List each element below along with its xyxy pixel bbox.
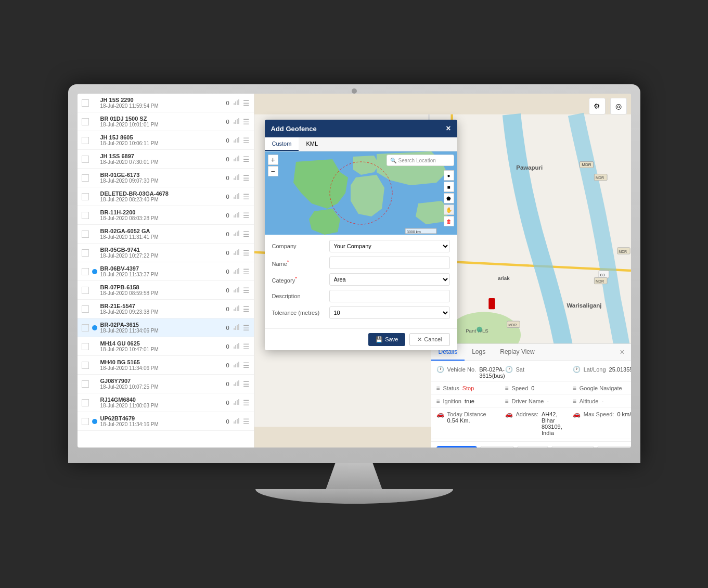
vehicle-checkbox-v13[interactable] [82,324,89,331]
menu-icon-v6[interactable]: ☰ [243,193,250,201]
vehicle-row-v18[interactable]: UP62BT467918-Jul-2020 11:34:16 PM0☰ [78,412,254,431]
vehicle-row-v11[interactable]: BR-07PB-615818-Jul-2020 08:59:58 PM0☰ [78,281,254,300]
vehicle-checkbox-v12[interactable] [82,305,89,313]
menu-icon-v13[interactable]: ☰ [243,324,250,332]
playback-button[interactable]: Playback [436,446,478,448]
vehicle-checkbox-v9[interactable] [82,249,89,257]
follow-button[interactable]: Follow [480,446,514,448]
tab-replay[interactable]: Replay View [493,344,542,361]
category-select[interactable]: Area [329,273,450,286]
pan-button[interactable]: ✋ [444,204,454,215]
vehicle-dot-v18 [92,419,97,424]
menu-icon-v1[interactable]: ☰ [243,99,250,107]
vehicle-row-v1[interactable]: JH 15S 229018-Jul-2020 11:59:54 PM0☰ [78,94,254,112]
vehicle-checkbox-v10[interactable] [82,268,89,275]
vehicle-count-v17: 0 [226,400,229,406]
tolerance-select[interactable]: 10 [329,306,450,319]
vehicle-row-v4[interactable]: JH 1SS 689718-Jul-2020 07:30:01 PM0☰ [78,150,254,169]
vehicle-name-v15: MH40 BG 5165 [100,359,226,365]
share-location-button[interactable]: Share Location [597,446,631,448]
vehicle-checkbox-v4[interactable] [82,156,89,163]
vehicle-checkbox-v16[interactable] [82,380,89,388]
vehicle-row-v2[interactable]: BR 01DJ 1500 SZ18-Jul-2020 10:01:01 PM0☰ [78,112,254,131]
vehicle-checkbox-v8[interactable] [82,231,89,238]
vehicle-row-v16[interactable]: GJ08Y790718-Jul-2020 10:07:25 PM0☰ [78,375,254,393]
menu-icon-v18[interactable]: ☰ [243,417,250,426]
vehicle-row-v13[interactable]: BR-02PA-361518-Jul-2020 11:34:06 PM0☰ [78,318,254,337]
signal-icon-v3 [234,136,241,144]
svg-rect-45 [235,308,236,311]
vehicle-checkbox-v11[interactable] [82,287,89,294]
svg-rect-71 [238,418,239,424]
svg-text:MDR: MDR [596,176,604,180]
menu-icon-v3[interactable]: ☰ [243,136,250,145]
vehicle-checkbox-v2[interactable] [82,118,89,125]
description-input[interactable] [329,290,450,302]
menu-icon-v12[interactable]: ☰ [243,305,250,313]
name-input[interactable] [329,257,450,269]
vehicle-row-v7[interactable]: BR-11H-220018-Jul-2020 08:03:28 PM0☰ [78,206,254,225]
vehicle-row-v10[interactable]: BR-06BV-439718-Jul-2020 11:33:37 PM0☰ [78,262,254,281]
target-button[interactable]: ◎ [610,98,627,114]
vehicle-checkbox-v14[interactable] [82,343,89,350]
signal-icon-v10 [234,267,241,275]
vehicle-count-v8: 0 [226,231,229,237]
menu-icon-v9[interactable]: ☰ [243,249,250,257]
add-geofence-button[interactable]: Add Geofence [551,446,594,448]
vehicle-checkbox-v17[interactable] [82,399,89,406]
tab-logs[interactable]: Logs [465,344,493,361]
vehicle-checkbox-v3[interactable] [82,137,89,144]
vehicle-row-v6[interactable]: DELETED-BR-03GA-467818-Jul-2020 08:23:40… [78,187,254,206]
gear-button[interactable]: ⚙ [589,98,606,114]
company-select[interactable]: Your Company [329,240,450,252]
vehicle-checkbox-v7[interactable] [82,212,89,219]
menu-icon-v2[interactable]: ☰ [243,118,250,126]
map-zoom-controls: + − [268,155,278,176]
svg-rect-21 [235,195,236,199]
vehicle-row-v8[interactable]: BR-02GA-6052 GA18-Jul-2020 11:31:41 PM0☰ [78,225,254,244]
vehicle-checkbox-v5[interactable] [82,174,89,182]
tab-kml[interactable]: KML [299,137,325,151]
vehicle-row-v12[interactable]: BR-21E-554718-Jul-2020 09:23:38 PM0☰ [78,300,254,318]
menu-icon-v15[interactable]: ☰ [243,361,250,369]
modal-search-box[interactable]: 🔍 Search Location [387,155,454,166]
close-bottom-panel[interactable]: × [613,344,630,360]
signal-icon-v9 [234,249,241,257]
show-path-button[interactable]: Show Path [517,446,548,448]
menu-icon-v4[interactable]: ☰ [243,155,250,163]
tab-custom[interactable]: Custom [265,137,299,151]
vehicle-checkbox-v18[interactable] [82,418,89,425]
draw-rect-button[interactable]: ■ [444,182,454,192]
zoom-in-button[interactable]: + [268,155,278,165]
menu-icon-5: ≡ [436,398,440,405]
vehicle-row-v9[interactable]: BR-05GB-974118-Jul-2020 10:27:22 PM0☰ [78,244,254,262]
menu-icon-v17[interactable]: ☰ [243,399,250,407]
vehicle-row-v5[interactable]: BR-01GE-617318-Jul-2020 09:07:30 PM0☰ [78,169,254,187]
menu-icon-v16[interactable]: ☰ [243,380,250,388]
menu-icon-v11[interactable]: ☰ [243,286,250,295]
vehicle-row-v3[interactable]: JH 15J 860518-Jul-2020 10:06:11 PM0☰ [78,131,254,150]
vehicle-row-v17[interactable]: RJ14GM684018-Jul-2020 11:00:03 PM0☰ [78,393,254,412]
draw-circle-button[interactable]: ● [444,170,454,181]
save-button[interactable]: 💾Save [368,333,405,346]
menu-icon-v10[interactable]: ☰ [243,267,250,276]
modal-close-button[interactable]: × [446,124,450,133]
vehicle-row-v14[interactable]: MH14 GU 062518-Jul-2020 10:47:01 PM0☰ [78,337,254,356]
menu-icon-v7[interactable]: ☰ [243,211,250,220]
vehicle-checkbox-v15[interactable] [82,362,89,369]
delete-button[interactable]: 🗑 [444,216,454,226]
menu-icon-v14[interactable]: ☰ [243,342,250,351]
svg-rect-26 [237,213,238,218]
vehicle-checkbox-v1[interactable] [82,99,89,107]
menu-icon-v8[interactable]: ☰ [243,230,250,238]
vehicle-checkbox-v6[interactable] [82,193,89,200]
svg-point-100 [477,327,482,333]
draw-poly-button[interactable]: ⬟ [444,193,454,203]
zoom-out-button[interactable]: − [268,166,278,176]
cancel-button[interactable]: ✕Cancel [409,333,449,346]
modal-title: Add Geofence [271,125,317,133]
svg-text:ariak: ariak [497,275,509,281]
svg-rect-90 [594,174,607,181]
vehicle-row-v15[interactable]: MH40 BG 516518-Jul-2020 11:34:06 PM0☰ [78,356,254,375]
menu-icon-v5[interactable]: ☰ [243,174,250,182]
